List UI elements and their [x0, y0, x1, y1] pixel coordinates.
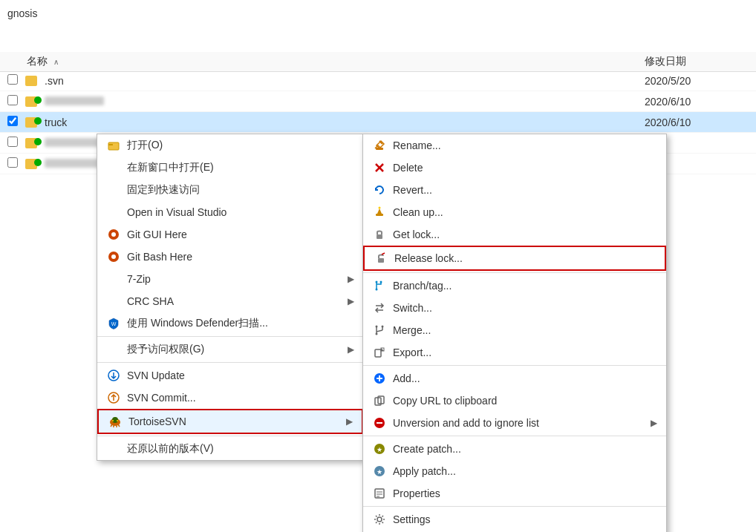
- properties-icon: [372, 486, 387, 501]
- ctx-apply-patch[interactable]: ★ Apply patch...: [363, 460, 666, 482]
- ctx-release-lock[interactable]: Release lock...: [363, 246, 666, 271]
- ctx-settings[interactable]: Settings: [363, 508, 666, 531]
- ctx-revert-prev[interactable]: 还原以前的版本(V): [97, 438, 363, 460]
- ctx-crc-sha-label: CRC SHA: [127, 295, 348, 307]
- svg-point-10: [112, 417, 118, 423]
- switch-icon: [372, 301, 387, 315]
- file-date: 2020/6/10: [645, 96, 749, 108]
- svg-text:★: ★: [377, 468, 382, 476]
- ctx-get-lock-label: Get lock...: [393, 229, 657, 240]
- menu-divider: [97, 336, 363, 337]
- crcsha-icon: [106, 294, 121, 309]
- svg-rect-27: [375, 349, 381, 357]
- col-date-header[interactable]: 修改日期: [645, 55, 749, 68]
- git-bash-icon: [106, 249, 121, 264]
- row-checkbox[interactable]: [7, 137, 22, 149]
- windefender-icon: W: [106, 316, 121, 331]
- create-patch-icon: ★: [372, 441, 387, 456]
- svn-status-icon: [34, 96, 42, 104]
- file-name-truck: truck: [45, 116, 645, 128]
- grant-icon: [106, 342, 121, 357]
- git-gui-icon: [106, 227, 121, 242]
- menu-divider: [97, 436, 363, 436]
- ctx-unversion[interactable]: Unversion and add to ignore list ▶: [363, 412, 666, 434]
- ctx-settings-label: Settings: [393, 513, 657, 525]
- ctx-export[interactable]: Export...: [363, 341, 666, 364]
- ctx-release-lock-label: Release lock...: [394, 252, 656, 264]
- svg-point-24: [376, 326, 378, 328]
- ctx-add[interactable]: Add...: [363, 367, 666, 390]
- ctx-apply-patch-label: Apply patch...: [393, 465, 657, 477]
- menu-divider: [97, 362, 363, 363]
- ctx-revert[interactable]: Revert...: [363, 179, 666, 201]
- merge-icon: [372, 323, 387, 338]
- file-row[interactable]: 2020/6/10: [0, 91, 756, 112]
- cleanup-icon: [372, 205, 387, 220]
- ctx-open-vs[interactable]: Open in Visual Studio: [97, 201, 363, 223]
- ctx-cleanup[interactable]: Clean up...: [363, 201, 666, 223]
- ctx-svn-commit[interactable]: SVN Commit...: [97, 387, 363, 409]
- file-name: [45, 96, 645, 108]
- menu-divider: [363, 365, 666, 366]
- ctx-get-lock[interactable]: Get lock...: [363, 223, 666, 246]
- col-name-header[interactable]: 名称 ∧: [27, 55, 645, 68]
- vs-icon: [106, 205, 121, 220]
- ctx-properties[interactable]: Properties: [363, 482, 666, 505]
- svg-rect-18: [377, 234, 382, 239]
- ctx-delete[interactable]: Delete: [363, 157, 666, 179]
- ctx-grant-access[interactable]: 授予访问权限(G) ▶: [97, 338, 363, 361]
- add-icon: [372, 371, 387, 386]
- folder-icon-area: [25, 138, 40, 148]
- get-lock-icon: [372, 227, 387, 242]
- ctx-crc-sha[interactable]: CRC SHA ▶: [97, 290, 363, 312]
- settings-icon: [372, 512, 387, 527]
- ctx-properties-label: Properties: [393, 487, 657, 499]
- revert-icon: [372, 183, 387, 197]
- ctx-merge[interactable]: Merge...: [363, 319, 666, 341]
- ctx-7zip[interactable]: 7-Zip ▶: [97, 268, 363, 290]
- ctx-branch-tag[interactable]: Branch/tag...: [363, 275, 666, 297]
- ctx-branch-tag-label: Branch/tag...: [393, 280, 657, 292]
- open-new-window-icon: [106, 160, 121, 175]
- svg-point-17: [379, 207, 381, 209]
- ctx-windefender[interactable]: W 使用 Windows Defender扫描...: [97, 312, 363, 335]
- svg-line-20: [382, 253, 385, 254]
- release-lock-icon: [374, 251, 388, 266]
- ctx-arrow: ▶: [348, 274, 354, 284]
- 7zip-icon: [106, 272, 121, 286]
- ctx-open-vs-label: Open in Visual Studio: [127, 206, 354, 218]
- row-checkbox[interactable]: [7, 95, 22, 108]
- ctx-svn-commit-label: SVN Commit...: [127, 392, 354, 404]
- ctx-unversion-label: Unversion and add to ignore list: [393, 417, 651, 429]
- ctx-switch-label: Switch...: [393, 302, 657, 314]
- ctx-svn-update[interactable]: SVN Update: [97, 364, 363, 387]
- ctx-git-bash[interactable]: Git Bash Here: [97, 246, 363, 268]
- svn-update-icon: [106, 368, 121, 383]
- row-checkbox[interactable]: [7, 116, 22, 128]
- explorer-title: gnosis: [7, 7, 37, 19]
- blurred-name: [45, 159, 104, 168]
- file-row[interactable]: .svn 2020/5/20: [0, 70, 756, 91]
- folder-icon-area: [25, 159, 40, 169]
- open-icon: [106, 138, 121, 153]
- svg-point-12: [117, 420, 118, 421]
- ctx-open[interactable]: 打开(O): [97, 134, 363, 157]
- svn-status-icon: [34, 159, 42, 166]
- row-checkbox[interactable]: [7, 74, 22, 87]
- svn-status-icon: [34, 138, 42, 145]
- ctx-pin-quick-access[interactable]: 固定到快速访问: [97, 179, 363, 201]
- ctx-git-gui[interactable]: Git GUI Here: [97, 223, 363, 246]
- ctx-rename[interactable]: Rename...: [363, 134, 666, 157]
- ctx-switch[interactable]: Switch...: [363, 297, 666, 319]
- ctx-cleanup-label: Clean up...: [393, 206, 657, 218]
- folder-icon-area: [25, 96, 40, 107]
- copy-url-icon: [372, 393, 387, 408]
- file-name: .svn: [45, 75, 645, 87]
- ctx-tortoise-svn[interactable]: TortoiseSVN ▶: [97, 409, 363, 434]
- ctx-create-patch[interactable]: ★ Create patch...: [363, 438, 666, 460]
- ctx-open-new-window[interactable]: 在新窗口中打开(E): [97, 157, 363, 179]
- file-row-selected[interactable]: truck 2020/6/10: [0, 112, 756, 133]
- row-checkbox[interactable]: [7, 157, 22, 170]
- ctx-copy-url[interactable]: Copy URL to clipboard: [363, 390, 666, 412]
- delete-icon: [372, 160, 387, 175]
